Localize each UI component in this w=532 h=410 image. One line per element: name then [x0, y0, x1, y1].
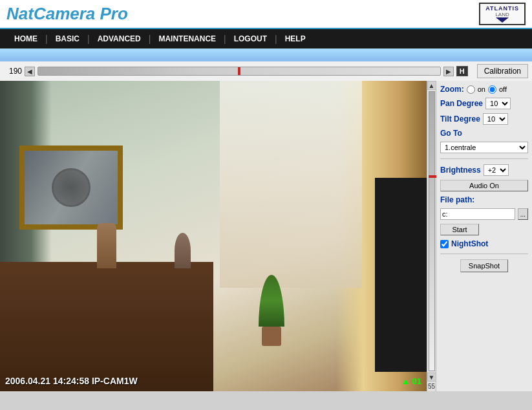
- zoom-on-label: on: [478, 85, 485, 93]
- filepath-browse-button[interactable]: ...: [518, 208, 528, 220]
- zoom-label: Zoom:: [440, 85, 464, 94]
- ptz-column: ▲ ▼ 55: [427, 81, 436, 391]
- logo-text: ATLANTIS: [485, 5, 519, 12]
- nav-logout[interactable]: LOGOUT: [226, 29, 275, 49]
- scene-plant-pot: [262, 327, 281, 346]
- nav-help[interactable]: HELP: [277, 29, 314, 49]
- slider-thumb: [238, 67, 240, 75]
- scene-mirror-inner: [25, 151, 118, 224]
- tilt-value: 55: [428, 382, 435, 391]
- h-button[interactable]: H: [456, 66, 468, 76]
- logo-sub: LAND: [495, 12, 509, 17]
- main-content: 2006.04.21 14:24:58 IP-CAM1W ▲ 01 ▲ ▼ 55…: [0, 81, 532, 391]
- zoom-radio-group: on off: [467, 85, 507, 94]
- nav-basic[interactable]: BASIC: [48, 29, 87, 49]
- brightness-label: Brightness: [440, 166, 481, 175]
- zoom-on-radio[interactable]: [467, 85, 475, 94]
- zoom-row: Zoom: on off: [440, 85, 528, 94]
- pan-select[interactable]: 10 20 30: [485, 98, 511, 109]
- tilt-select[interactable]: 10 20 30: [483, 113, 508, 125]
- camera-background: [0, 81, 427, 391]
- scene-dresser: [0, 262, 213, 391]
- tilt-thumb: [429, 175, 436, 178]
- scene-plant: [246, 275, 297, 352]
- snapshot-row: SnapShot: [440, 259, 528, 272]
- filepath-label-row: File path:: [440, 195, 528, 204]
- tilt-label: Tilt Degree: [440, 114, 480, 124]
- pan-label: Pan Degree: [440, 99, 483, 108]
- calibration-button[interactable]: Calibration: [477, 64, 528, 78]
- goto-select-row: 1.centrale 2.position: [440, 142, 528, 153]
- scene-plant-foliage: [259, 275, 284, 327]
- nightshot-row: NightShot: [440, 239, 528, 248]
- logo-area: ATLANTIS LAND: [479, 3, 526, 25]
- tilt-slider[interactable]: [429, 91, 435, 371]
- snapshot-button[interactable]: SnapShot: [460, 259, 508, 272]
- slider-left-arrow[interactable]: ◀: [25, 67, 35, 76]
- scene-chandelier: [52, 168, 90, 207]
- panel-divider-1: [440, 158, 528, 159]
- tilt-row: Tilt Degree 10 20 30: [440, 113, 528, 125]
- camera-status: ▲ 01: [401, 376, 421, 386]
- zoom-off-radio[interactable]: [488, 85, 496, 94]
- filepath-row: ...: [440, 208, 528, 220]
- goto-row: Go To: [440, 129, 528, 138]
- audio-row: Audio On: [440, 180, 528, 191]
- header: NatCamera Pro ATLANTIS LAND: [0, 0, 532, 29]
- nightshot-label: NightShot: [451, 239, 488, 248]
- right-panel: Zoom: on off Pan Degree 10 20 30 Tilt De…: [436, 81, 532, 391]
- pan-row: Pan Degree 10 20 30: [440, 98, 528, 109]
- pan-slider[interactable]: [37, 67, 441, 76]
- nav-advanced[interactable]: ADVANCED: [90, 29, 149, 49]
- camera-view: 2006.04.21 14:24:58 IP-CAM1W ▲ 01: [0, 81, 427, 391]
- panel-divider-2: [440, 254, 528, 254]
- camera-timestamp: 2006.04.21 14:24:58 IP-CAM1W: [5, 376, 138, 386]
- blue-bar: [0, 49, 532, 61]
- nav-maintenance[interactable]: MAINTENANCE: [151, 29, 224, 49]
- start-row: Start: [440, 224, 528, 235]
- audio-button[interactable]: Audio On: [440, 180, 528, 191]
- navbar: HOME | BASIC | ADVANCED | MAINTENANCE | …: [0, 29, 532, 49]
- scene-mirror: [19, 146, 123, 230]
- app-title: NatCamera Pro: [6, 4, 128, 24]
- slider-row: 190 ◀ ▶ H Calibration: [0, 61, 532, 81]
- start-button[interactable]: Start: [440, 224, 479, 235]
- brightness-select[interactable]: +2 +1 0 -1 -2: [484, 164, 509, 176]
- goto-select[interactable]: 1.centrale 2.position: [440, 142, 528, 153]
- scene-tv: [375, 178, 427, 372]
- tilt-down-arrow[interactable]: ▼: [427, 372, 436, 382]
- scene-vase: [175, 233, 191, 268]
- slider-right-arrow[interactable]: ▶: [443, 67, 454, 76]
- nightshot-checkbox[interactable]: [440, 240, 449, 248]
- filepath-label: File path:: [440, 195, 474, 204]
- tilt-up-arrow[interactable]: ▲: [427, 81, 436, 90]
- brightness-row: Brightness +2 +1 0 -1 -2: [440, 164, 528, 176]
- zoom-off-label: off: [499, 85, 507, 93]
- slider-value: 190: [4, 67, 22, 76]
- scene-statue: [97, 223, 116, 268]
- nav-home[interactable]: HOME: [6, 29, 45, 49]
- filepath-input[interactable]: [440, 208, 515, 220]
- scene-window: [220, 81, 362, 288]
- goto-label: Go To: [440, 129, 462, 138]
